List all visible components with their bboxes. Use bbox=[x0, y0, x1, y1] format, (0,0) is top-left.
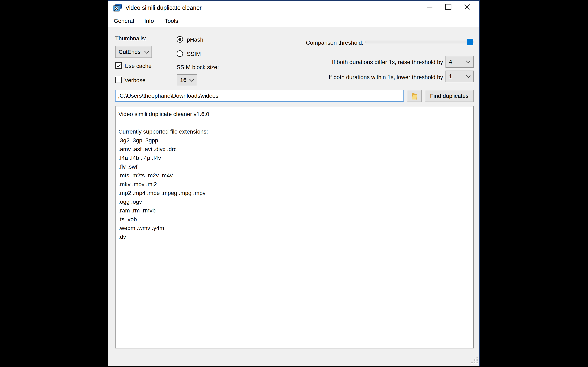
menu-general[interactable]: General bbox=[114, 18, 134, 24]
ssim-radio[interactable] bbox=[177, 50, 183, 57]
phash-label[interactable]: pHash bbox=[187, 36, 203, 43]
ssim-block-size-label: SSIM block size: bbox=[177, 64, 219, 71]
output-line: .f4a .f4b .f4p .f4v bbox=[118, 154, 473, 162]
output-line: Currently supported file extensions: bbox=[118, 127, 473, 136]
output-textarea[interactable]: Video simili duplicate cleaner v1.6.0Cur… bbox=[115, 106, 474, 349]
find-duplicates-button[interactable]: Find duplicates bbox=[425, 90, 474, 102]
output-line: .flv .swf bbox=[118, 162, 473, 171]
path-input[interactable] bbox=[115, 90, 404, 102]
raise-threshold-dropdown[interactable]: 4 bbox=[445, 56, 474, 68]
output-line: .amv .asf .avi .divx .drc bbox=[118, 145, 473, 154]
menu-bar: General Info Tools bbox=[108, 15, 479, 27]
ssim-label[interactable]: SSIM bbox=[187, 51, 201, 57]
maximize-icon bbox=[445, 4, 451, 10]
chevron-down-icon bbox=[190, 77, 194, 82]
output-line: Video simili duplicate cleaner v1.6.0 bbox=[118, 110, 473, 118]
window-title: Video simili duplicate cleaner bbox=[125, 4, 201, 11]
ssim-block-size-value: 16 bbox=[180, 77, 186, 83]
thumbnails-dropdown-value: CutEnds bbox=[119, 49, 140, 55]
lower-threshold-label: If both durations within 1s, lower thres… bbox=[329, 74, 443, 81]
minimize-button[interactable] bbox=[420, 1, 439, 13]
use-cache-label[interactable]: Use cache bbox=[125, 63, 151, 69]
output-line: .webm .wmv .y4m bbox=[118, 224, 473, 233]
thumbnails-label: Thumbnails: bbox=[115, 35, 146, 42]
output-line: .dv bbox=[118, 233, 473, 241]
close-button[interactable] bbox=[458, 1, 476, 13]
menu-tools[interactable]: Tools bbox=[165, 18, 178, 24]
browse-folder-button[interactable] bbox=[407, 90, 422, 102]
find-duplicates-label: Find duplicates bbox=[430, 93, 468, 99]
chevron-down-icon bbox=[466, 59, 471, 63]
lower-threshold-value: 1 bbox=[449, 73, 452, 80]
verbose-checkbox[interactable] bbox=[115, 77, 122, 83]
output-lines: Video simili duplicate cleaner v1.6.0Cur… bbox=[118, 110, 473, 241]
minimize-icon bbox=[427, 8, 432, 8]
output-line: .mp2 .mp4 .mpe .mpeg .mpg .mpv bbox=[118, 189, 473, 197]
chevron-down-icon bbox=[466, 73, 471, 78]
output-line: .mkv .mov .mj2 bbox=[118, 180, 473, 189]
maximize-button[interactable] bbox=[439, 1, 458, 13]
output-line: .mts .m2ts .m2v .m4v bbox=[118, 171, 473, 180]
verbose-label[interactable]: Verbose bbox=[125, 77, 146, 83]
raise-threshold-label: If both durations differ 1s, raise thres… bbox=[332, 59, 443, 66]
app-icon bbox=[113, 4, 122, 12]
ssim-block-size-dropdown[interactable]: 16 bbox=[177, 74, 197, 86]
folder-icon bbox=[412, 92, 417, 100]
thumbnails-dropdown[interactable]: CutEnds bbox=[115, 46, 152, 58]
comparison-threshold-label: Comparison threshold: bbox=[306, 40, 363, 46]
resize-grip-icon[interactable] bbox=[470, 357, 478, 365]
title-bar[interactable]: Video simili duplicate cleaner bbox=[108, 1, 479, 15]
output-line: .ogg .ogv bbox=[118, 197, 473, 206]
output-line: .3g2 .3gp .3gpp bbox=[118, 136, 473, 145]
window-controls bbox=[420, 1, 476, 13]
output-line: .ts .vob bbox=[118, 215, 473, 224]
raise-threshold-value: 4 bbox=[449, 58, 452, 65]
slider-handle[interactable] bbox=[467, 39, 473, 45]
desktop: { "window": { "title": "Video simili dup… bbox=[0, 0, 588, 367]
app-window: Video simili duplicate cleaner General I… bbox=[108, 0, 480, 366]
use-cache-checkbox[interactable] bbox=[115, 62, 122, 69]
menu-info[interactable]: Info bbox=[144, 18, 154, 24]
phash-radio[interactable] bbox=[177, 36, 183, 43]
close-icon bbox=[464, 4, 470, 10]
chevron-down-icon bbox=[144, 49, 149, 54]
output-line bbox=[118, 118, 473, 127]
lower-threshold-dropdown[interactable]: 1 bbox=[445, 71, 474, 82]
comparison-threshold-slider[interactable] bbox=[365, 41, 474, 43]
output-line: .ram .rm .rmvb bbox=[118, 206, 473, 215]
